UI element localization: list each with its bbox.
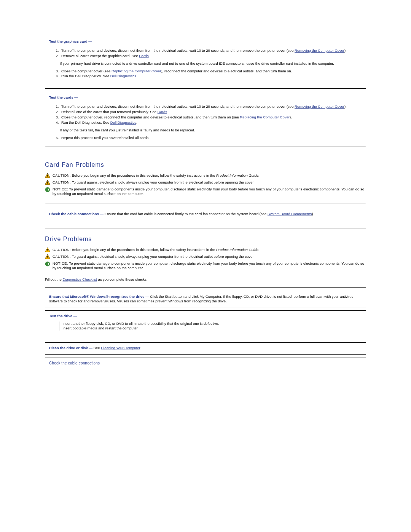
caution-row: CAUTION: Before you begin any of the pro… xyxy=(45,248,366,252)
notice-text: NOTICE: To prevent static damage to comp… xyxy=(53,261,366,270)
ensure-windows-box: Ensure that Microsoft® Windows® recogniz… xyxy=(45,287,366,308)
caution-text: CAUTION: Before you begin any of the pro… xyxy=(53,248,366,252)
caution-icon xyxy=(45,248,50,252)
section-title-card-fan: Card Fan Problems xyxy=(45,161,366,169)
step: Close the computer cover, reconnect the … xyxy=(60,115,362,120)
steps-list-cont: Repeat this process until you have reins… xyxy=(49,136,362,140)
notice-row: NOTICE: To prevent static damage to comp… xyxy=(45,187,366,196)
test-drive-box: Test the drive — Insert another floppy d… xyxy=(45,310,366,339)
divider xyxy=(45,154,366,154)
step: Turn off the computer and devices, disco… xyxy=(60,48,362,53)
svg-rect-11 xyxy=(47,256,48,257)
check-cable-heading: Check the cable connections xyxy=(49,361,100,365)
replacing-cover-link[interactable]: Replacing the Computer Cover xyxy=(240,115,289,119)
section-title-drive-problems: Drive Problems xyxy=(45,235,366,243)
steps-list-cont: Close the computer cover (see Replacing … xyxy=(49,69,362,79)
caution-row: CAUTION: To guard against electrical sho… xyxy=(45,180,366,185)
cards-link[interactable]: Cards xyxy=(158,110,167,114)
test-cards-box: Test the cards — Turn off the computer a… xyxy=(45,92,366,147)
dell-diagnostics-link[interactable]: Dell Diagnostics xyxy=(110,120,136,125)
svg-rect-9 xyxy=(47,251,48,251)
caution-text: CAUTION: To guard against electrical sho… xyxy=(53,254,366,259)
svg-rect-1 xyxy=(47,175,48,176)
svg-point-13 xyxy=(45,262,50,267)
note-text: If any of the tests fail, the card you j… xyxy=(60,128,362,133)
step: Remove all cards except the graphics car… xyxy=(60,54,362,58)
bullet-item: Insert bootable media and restart the co… xyxy=(58,326,362,331)
caution-icon xyxy=(45,180,50,185)
check-cable-heading: Check the cable connections — xyxy=(49,212,105,216)
removing-cover-link[interactable]: Removing the Computer Cover xyxy=(295,48,344,53)
step: Run the Dell Diagnostics. See Dell Diagn… xyxy=(60,74,362,78)
clean-drive-box: Clean the drive or disk — See Cleaning Y… xyxy=(45,342,366,355)
heading-test-cards: Test the cards — xyxy=(49,95,362,100)
removing-cover-link[interactable]: Removing the Computer Cover xyxy=(295,104,344,109)
svg-rect-4 xyxy=(47,182,48,183)
replacing-cover-link[interactable]: Replacing the Computer Cover xyxy=(112,69,161,73)
caution-text: CAUTION: Before you begin any of the pro… xyxy=(53,173,366,178)
svg-rect-8 xyxy=(47,249,48,251)
test-graphics-card-box: Test the graphics card — Turn off the co… xyxy=(45,36,366,89)
svg-rect-2 xyxy=(47,177,48,177)
heading-test-drive: Test the drive — xyxy=(49,314,362,318)
fill-out-text: Fill out the Diagnostics Checklist as yo… xyxy=(45,277,366,282)
divider xyxy=(45,228,366,228)
dell-diagnostics-link[interactable]: Dell Diagnostics xyxy=(110,74,136,78)
cards-link[interactable]: Cards xyxy=(139,54,148,58)
notice-row: NOTICE: To prevent static damage to comp… xyxy=(45,261,366,270)
step: Run the Dell Diagnostics. See Dell Diagn… xyxy=(60,120,362,125)
svg-point-6 xyxy=(45,187,50,192)
check-cable-box: Check the cable connections — Ensure tha… xyxy=(45,203,366,221)
step: Close the computer cover (see Replacing … xyxy=(60,69,362,73)
note-text: If your primary hard drive is connected … xyxy=(60,61,362,66)
bullet-list: Insert another floppy disk, CD, or DVD t… xyxy=(58,321,362,331)
document-content: Test the graphics card — Turn off the co… xyxy=(45,36,366,369)
heading-test-graphics: Test the graphics card — xyxy=(49,39,362,44)
system-board-link[interactable]: System Board Components xyxy=(268,212,312,216)
caution-text: CAUTION: To guard against electrical sho… xyxy=(53,180,366,185)
notice-text: NOTICE: To prevent static damage to comp… xyxy=(53,187,366,196)
check-cable-connections-box: Check the cable connections xyxy=(45,358,366,367)
steps-list: Turn off the computer and devices, disco… xyxy=(49,104,362,125)
bullet-item: Insert another floppy disk, CD, or DVD t… xyxy=(58,321,362,326)
caution-icon xyxy=(45,173,50,178)
caution-row: CAUTION: To guard against electrical sho… xyxy=(45,254,366,259)
svg-rect-12 xyxy=(47,257,48,258)
caution-row: CAUTION: Before you begin any of the pro… xyxy=(45,173,366,178)
step: Reinstall one of the cards that you remo… xyxy=(60,110,362,114)
notice-icon xyxy=(45,187,50,192)
caution-icon xyxy=(45,254,50,259)
step: Turn off the computer and devices, disco… xyxy=(60,104,362,109)
notice-icon xyxy=(45,261,50,267)
steps-list: Turn off the computer and devices, disco… xyxy=(49,48,362,58)
diagnostics-checklist-link[interactable]: Diagnostics Checklist xyxy=(62,277,97,281)
svg-rect-5 xyxy=(47,184,48,184)
step: Repeat this process until you have reins… xyxy=(60,136,362,140)
cleaning-computer-link[interactable]: Cleaning Your Computer xyxy=(101,346,140,350)
